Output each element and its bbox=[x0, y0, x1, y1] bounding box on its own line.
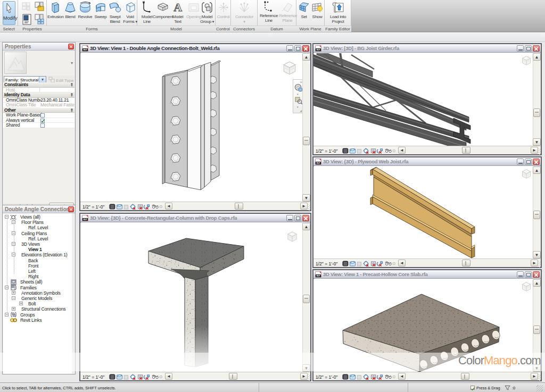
svg-text:RVT: RVT bbox=[316, 274, 320, 277]
svg-text:A: A bbox=[174, 1, 182, 14]
svg-text:RVT: RVT bbox=[83, 48, 87, 51]
svg-text:RVT: RVT bbox=[316, 48, 320, 51]
svg-text:RVT: RVT bbox=[83, 218, 87, 221]
svg-text:RVT: RVT bbox=[316, 162, 320, 164]
